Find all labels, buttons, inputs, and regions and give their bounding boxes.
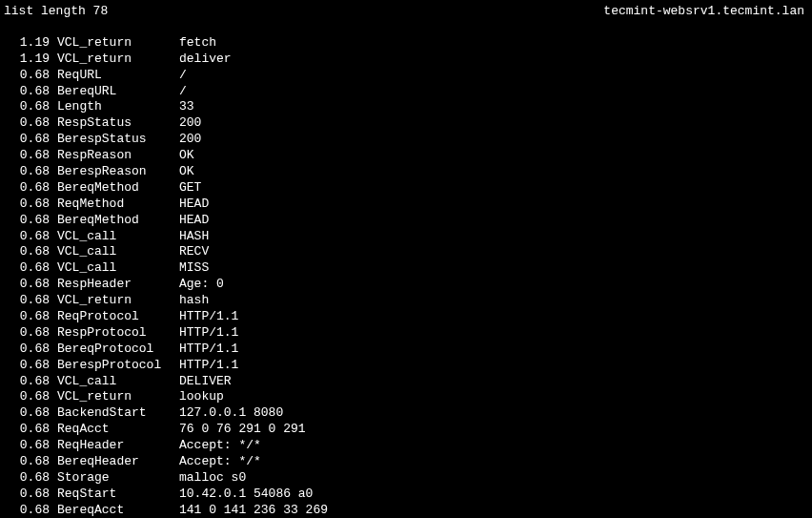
row-value: 1.19 [4, 52, 50, 68]
row-value: 0.68 [4, 487, 50, 503]
row-data: fetch [172, 35, 216, 52]
row-value: 0.68 [4, 277, 50, 293]
log-row: 0.68RespHeaderAge: 0 [4, 277, 812, 293]
row-value: 0.68 [4, 213, 50, 229]
row-value: 0.68 [4, 309, 50, 325]
row-tag: Length [50, 99, 172, 115]
row-value: 0.68 [4, 470, 50, 487]
row-value: 0.68 [4, 99, 50, 115]
row-data: / [172, 84, 187, 100]
log-row: 0.68VCL_callDELIVER [4, 374, 812, 390]
row-tag: VCL_return [50, 52, 172, 68]
row-tag: VCL_return [50, 293, 172, 309]
row-value: 0.68 [4, 260, 50, 277]
row-tag: BereqMethod [50, 180, 172, 197]
row-value: 0.68 [4, 503, 50, 518]
row-tag: VCL_call [50, 244, 172, 260]
row-data: HEAD [172, 197, 209, 213]
row-value: 0.68 [4, 454, 50, 470]
row-tag: VCL_return [50, 389, 172, 405]
row-tag: RespHeader [50, 277, 172, 293]
row-tag: BackendStart [50, 405, 172, 422]
row-data: hash [172, 293, 209, 309]
log-row: 0.68BerespProtocolHTTP/1.1 [4, 358, 812, 374]
row-value: 0.68 [4, 180, 50, 197]
row-tag: ReqStart [50, 487, 172, 503]
row-tag: BereqProtocol [50, 342, 172, 358]
log-row: 0.68BereqMethodGET [4, 180, 812, 197]
row-tag: VCL_call [50, 260, 172, 277]
log-row: 0.68ReqMethodHEAD [4, 197, 812, 213]
row-value: 0.68 [4, 358, 50, 374]
log-row: 0.68BereqProtocolHTTP/1.1 [4, 342, 812, 358]
row-data: Age: 0 [172, 277, 224, 293]
row-tag: ReqProtocol [50, 309, 172, 325]
row-data: OK [172, 164, 194, 180]
row-data: Accept: */* [172, 438, 261, 454]
log-row: 0.68BackendStart127.0.0.1 8080 [4, 405, 812, 422]
row-data: DELIVER [172, 374, 232, 390]
row-data: malloc s0 [172, 470, 246, 487]
row-data: deliver [172, 52, 232, 68]
row-data: MISS [172, 260, 209, 277]
row-tag: Storage [50, 470, 172, 487]
row-tag: ReqHeader [50, 438, 172, 454]
row-value: 0.68 [4, 244, 50, 260]
row-value: 1.19 [4, 35, 50, 52]
log-row: 0.68ReqURL/ [4, 68, 812, 84]
row-value: 0.68 [4, 293, 50, 309]
row-value: 0.68 [4, 164, 50, 180]
row-tag: VCL_call [50, 374, 172, 390]
row-data: 76 0 76 291 0 291 [172, 422, 306, 438]
log-row: 1.19VCL_returndeliver [4, 52, 812, 68]
row-data: HEAD [172, 213, 209, 229]
log-row: 0.68VCL_callHASH [4, 229, 812, 245]
log-row: 0.68BereqHeaderAccept: */* [4, 454, 812, 470]
row-value: 0.68 [4, 422, 50, 438]
log-row: 0.68RespStatus200 [4, 115, 812, 132]
row-tag: BerespReason [50, 164, 172, 180]
row-data: 200 [172, 132, 201, 148]
row-data: 200 [172, 115, 201, 132]
list-length-label: list length 78 [4, 4, 108, 20]
row-data: HTTP/1.1 [172, 309, 238, 325]
row-data: / [172, 68, 187, 84]
log-row: 0.68ReqAcct76 0 76 291 0 291 [4, 422, 812, 438]
row-data: HASH [172, 229, 209, 245]
log-row: 0.68VCL_returnhash [4, 293, 812, 309]
row-value: 0.68 [4, 438, 50, 454]
log-row: 0.68VCL_returnlookup [4, 389, 812, 405]
log-row: 0.68BereqURL/ [4, 84, 812, 100]
row-data: HTTP/1.1 [172, 325, 238, 342]
row-tag: RespProtocol [50, 325, 172, 342]
log-row: 0.68RespProtocolHTTP/1.1 [4, 325, 812, 342]
hostname-label: tecmint-websrv1.tecmint.lan [603, 4, 804, 20]
row-tag: VCL_return [50, 35, 172, 52]
terminal-header: list length 78 tecmint-websrv1.tecmint.l… [4, 4, 812, 20]
row-value: 0.68 [4, 148, 50, 164]
log-row: 1.19VCL_returnfetch [4, 35, 812, 52]
row-value: 0.68 [4, 325, 50, 342]
log-rows-container: 1.19VCL_returnfetch1.19VCL_returndeliver… [4, 35, 812, 518]
row-value: 0.68 [4, 405, 50, 422]
row-tag: BereqMethod [50, 213, 172, 229]
log-row: 0.68ReqHeaderAccept: */* [4, 438, 812, 454]
row-tag: ReqURL [50, 68, 172, 84]
log-row: 0.68BereqAcct141 0 141 236 33 269 [4, 503, 812, 518]
row-data: HTTP/1.1 [172, 342, 238, 358]
row-data: OK [172, 148, 194, 164]
row-data: 33 [172, 99, 194, 115]
row-tag: BereqAcct [50, 503, 172, 518]
row-value: 0.68 [4, 68, 50, 84]
row-tag: BereqURL [50, 84, 172, 100]
row-data: RECV [172, 244, 209, 260]
row-data: 141 0 141 236 33 269 [172, 503, 328, 518]
row-tag: ReqAcct [50, 422, 172, 438]
log-row: 0.68BerespStatus200 [4, 132, 812, 148]
row-value: 0.68 [4, 229, 50, 245]
log-row: 0.68Length33 [4, 99, 812, 115]
row-value: 0.68 [4, 197, 50, 213]
row-data: Accept: */* [172, 454, 261, 470]
log-row: 0.68BerespReasonOK [4, 164, 812, 180]
row-tag: RespStatus [50, 115, 172, 132]
